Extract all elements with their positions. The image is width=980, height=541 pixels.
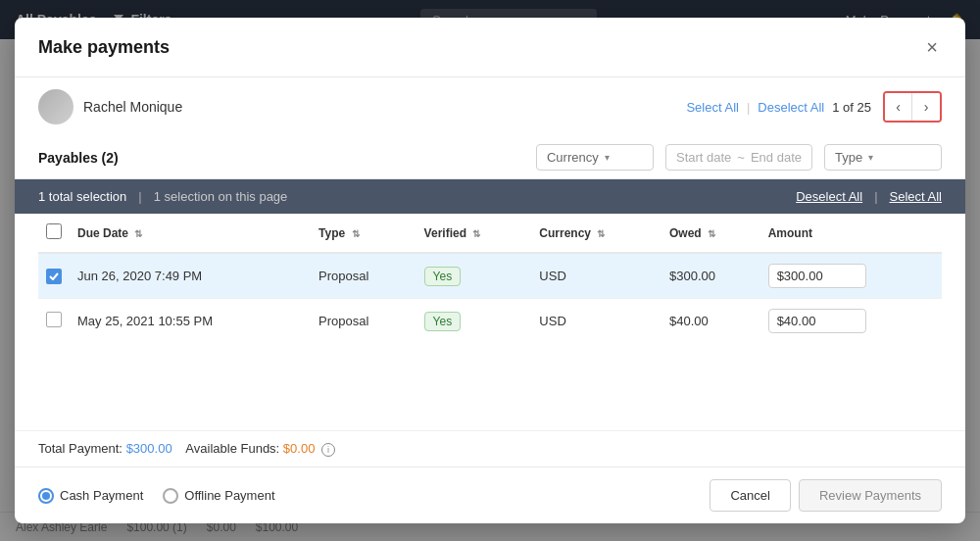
cash-payment-radio[interactable]	[38, 488, 54, 504]
col-currency: Currency ⇅	[531, 214, 662, 253]
select-all-link[interactable]: Select All	[686, 100, 738, 115]
type-filter[interactable]: Type ▾	[824, 144, 942, 171]
selection-page: 1 selection on this page	[154, 189, 288, 204]
row-currency: USD	[531, 299, 662, 344]
verified-badge: Yes	[424, 312, 462, 331]
type-filter-label: Type	[835, 150, 862, 165]
col-due-date: Due Date ⇅	[70, 214, 311, 253]
verified-badge: Yes	[424, 267, 462, 286]
selection-count: 1 total selection	[38, 189, 126, 204]
available-funds-value: $0.00	[283, 441, 316, 456]
owed-sort-icon[interactable]: ⇅	[708, 228, 715, 239]
col-verified: Verified ⇅	[416, 214, 532, 253]
prev-page-button[interactable]: ‹	[885, 93, 912, 121]
user-name: Rachel Monique	[83, 99, 182, 115]
amount-input-0[interactable]	[768, 264, 866, 288]
row-due-date: May 25, 2021 10:55 PM	[70, 299, 311, 344]
offline-payment-radio[interactable]	[163, 488, 178, 504]
row-amount-cell	[760, 299, 942, 344]
type-chevron-icon: ▾	[868, 152, 873, 163]
footer-buttons: Cancel Review Payments	[710, 479, 942, 512]
table-row: Jun 26, 2020 7:49 PMProposalYesUSD$300.0…	[38, 253, 942, 299]
make-payments-modal: Make payments × Rachel Monique Select Al…	[15, 18, 965, 523]
total-payment-value: $300.00	[126, 441, 172, 456]
verified-sort-icon[interactable]: ⇅	[472, 228, 480, 239]
row-owed: $40.00	[662, 299, 760, 344]
modal-footer: Cash Payment Offline Payment Cancel Revi…	[15, 467, 965, 523]
row-currency: USD	[531, 253, 662, 299]
info-icon[interactable]: i	[321, 443, 335, 457]
currency-chevron-icon: ▾	[605, 152, 610, 163]
user-actions: Select All | Deselect All 1 of 25 ‹ ›	[686, 91, 942, 123]
col-type: Type ⇅	[311, 214, 416, 253]
user-row: Rachel Monique Select All | Deselect All…	[15, 77, 965, 136]
row-checkbox-1[interactable]	[46, 312, 62, 327]
col-amount: Amount	[760, 214, 942, 253]
pagination-nav: ‹ ›	[883, 91, 942, 123]
payables-table-container: Due Date ⇅ Type ⇅ Verified ⇅ Currency ⇅	[15, 214, 965, 430]
selection-select-all[interactable]: Select All	[890, 189, 942, 204]
offline-payment-option[interactable]: Offline Payment	[163, 488, 274, 504]
pagination-info: 1 of 25	[832, 100, 871, 115]
avatar	[38, 89, 74, 124]
close-button[interactable]: ×	[922, 33, 942, 61]
cash-payment-option[interactable]: Cash Payment	[38, 488, 143, 504]
next-page-button[interactable]: ›	[912, 93, 940, 121]
selection-bar: 1 total selection | 1 selection on this …	[15, 179, 965, 214]
payables-table: Due Date ⇅ Type ⇅ Verified ⇅ Currency ⇅	[38, 214, 942, 343]
cancel-button[interactable]: Cancel	[710, 479, 790, 512]
cash-payment-label: Cash Payment	[60, 488, 143, 503]
due-date-sort-icon[interactable]: ⇅	[134, 228, 142, 239]
start-date-label: Start date	[676, 150, 731, 165]
row-due-date: Jun 26, 2020 7:49 PM	[70, 253, 311, 299]
available-funds-label: Available Funds:	[185, 441, 279, 456]
user-info: Rachel Monique	[38, 89, 182, 124]
currency-filter-label: Currency	[547, 150, 599, 165]
currency-sort-icon[interactable]: ⇅	[597, 228, 605, 239]
select-all-checkbox[interactable]	[46, 223, 62, 239]
review-payments-button[interactable]: Review Payments	[799, 479, 942, 512]
end-date-label: End date	[751, 150, 802, 165]
amount-input-1[interactable]	[768, 309, 866, 333]
row-verified: Yes	[416, 299, 532, 344]
payment-options: Cash Payment Offline Payment	[38, 488, 686, 504]
col-owed: Owed ⇅	[662, 214, 760, 253]
offline-payment-label: Offline Payment	[184, 488, 274, 503]
modal-header: Make payments ×	[15, 18, 965, 77]
row-owed: $300.00	[662, 253, 760, 299]
selection-deselect-all[interactable]: Deselect All	[796, 189, 862, 204]
row-type: Proposal	[311, 253, 416, 299]
deselect-all-link[interactable]: Deselect All	[758, 100, 824, 115]
row-checkbox-0[interactable]	[46, 269, 62, 284]
row-verified: Yes	[416, 253, 532, 299]
table-row: May 25, 2021 10:55 PMProposalYesUSD$40.0…	[38, 299, 942, 344]
modal-title: Make payments	[38, 37, 170, 58]
footer-totals: Total Payment: $300.00 Available Funds: …	[15, 430, 965, 467]
date-range-filter[interactable]: Start date ~ End date	[665, 144, 812, 171]
row-type: Proposal	[311, 299, 416, 344]
filter-bar: Payables (2) Currency ▾ Start date ~ End…	[15, 136, 965, 179]
total-payment-label: Total Payment:	[38, 441, 122, 456]
row-amount-cell	[760, 253, 942, 299]
payables-label: Payables (2)	[38, 150, 119, 166]
currency-filter[interactable]: Currency ▾	[536, 144, 654, 171]
type-sort-icon[interactable]: ⇅	[352, 228, 360, 239]
